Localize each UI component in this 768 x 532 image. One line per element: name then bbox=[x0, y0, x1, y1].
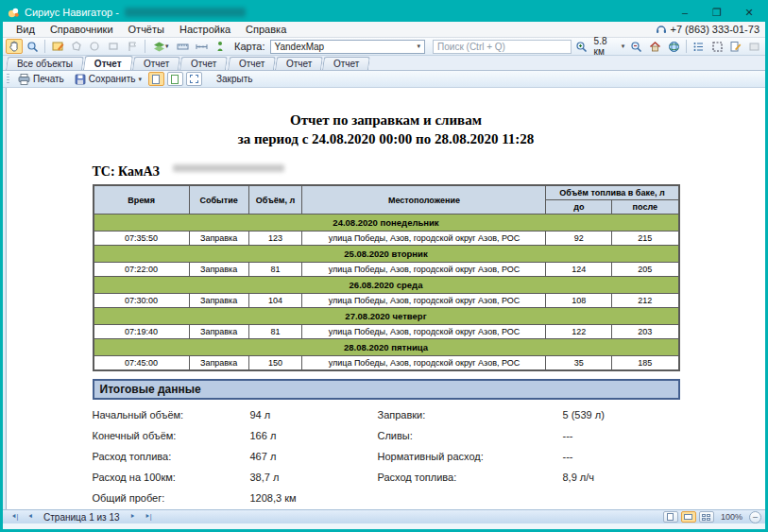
zoom-in-button[interactable] bbox=[573, 39, 590, 54]
table-row: 07:19:40Заправка81улица Победы, Азов, го… bbox=[94, 325, 679, 339]
flag-tool-button[interactable] bbox=[124, 39, 141, 54]
tab-0[interactable]: Все объекты bbox=[6, 57, 84, 70]
menu-item-4[interactable]: Справка bbox=[238, 23, 294, 36]
tab-3[interactable]: Отчет bbox=[179, 57, 228, 70]
tab-2[interactable]: Отчет bbox=[132, 57, 180, 70]
disabled-button[interactable] bbox=[745, 39, 762, 54]
table-cell: 07:45:00 bbox=[94, 356, 190, 371]
tab-1[interactable]: Отчет bbox=[83, 56, 133, 70]
home-icon bbox=[649, 41, 661, 53]
chevron-down-icon: ▾ bbox=[165, 43, 169, 50]
summary-value: 166 л bbox=[250, 430, 378, 441]
polygon-tool-button[interactable] bbox=[68, 39, 85, 54]
zoom-out-button[interactable] bbox=[628, 39, 645, 54]
first-page-button[interactable]: ⯇| bbox=[7, 511, 23, 523]
summary-value bbox=[563, 492, 680, 504]
tracking-button[interactable] bbox=[212, 39, 229, 54]
zoom-mode-normal-button[interactable] bbox=[663, 511, 678, 523]
tab-6[interactable]: Отчет bbox=[322, 57, 370, 70]
tab-4[interactable]: Отчет bbox=[228, 57, 276, 70]
tab-label: Отчет bbox=[286, 59, 312, 69]
tab-5[interactable]: Отчет bbox=[275, 57, 323, 70]
table-cell: 104 bbox=[248, 294, 302, 308]
minimize-button[interactable]: – bbox=[669, 3, 701, 22]
summary-value: 94 л bbox=[250, 409, 378, 420]
summary-value: 38,7 л bbox=[250, 472, 378, 483]
measure-button[interactable] bbox=[194, 39, 211, 54]
page-icon bbox=[667, 513, 674, 521]
circle-tool-button[interactable] bbox=[87, 39, 104, 54]
legend-button[interactable] bbox=[691, 39, 708, 54]
chevron-down-icon: ▾ bbox=[138, 76, 142, 83]
ruler-button[interactable] bbox=[175, 39, 192, 54]
select-region-button[interactable] bbox=[708, 39, 725, 54]
print-label: Печать bbox=[33, 74, 64, 84]
home-button[interactable] bbox=[647, 39, 664, 54]
table-cell: 07:30:00 bbox=[94, 294, 190, 308]
table-cell: улица Победы, Азов, городской округ Азов… bbox=[302, 356, 546, 371]
search-input[interactable]: Поиск (Ctrl + Q) bbox=[433, 40, 572, 54]
next-page-button[interactable]: ⯈ bbox=[126, 511, 141, 523]
zoom-out-slider-button[interactable]: – bbox=[749, 511, 761, 523]
save-icon bbox=[75, 74, 86, 85]
pan-hand-button[interactable] bbox=[6, 39, 23, 54]
globe-button[interactable] bbox=[665, 39, 682, 54]
day-band-row: 26.08.2020 среда bbox=[94, 277, 679, 294]
zoom-level: 100% bbox=[721, 512, 742, 522]
tab-label: Отчет bbox=[239, 59, 265, 69]
day-band-label: 28.08.2020 пятница bbox=[94, 339, 679, 356]
chevron-down-icon: ▾ bbox=[622, 43, 625, 50]
scale-value: 5.8 км bbox=[594, 36, 620, 57]
rectangle-tool-button[interactable] bbox=[105, 39, 122, 54]
table-row: 07:22:00Заправка81улица Победы, Азов, го… bbox=[94, 263, 679, 277]
table-cell: 81 bbox=[248, 325, 302, 339]
day-band-row: 24.08.2020 понедельник bbox=[94, 215, 679, 232]
col-after: после bbox=[612, 200, 679, 215]
table-cell: 92 bbox=[546, 232, 612, 246]
app-logo-icon bbox=[8, 7, 20, 19]
table-cell: 07:22:00 bbox=[94, 263, 190, 277]
last-page-button[interactable]: ⯈| bbox=[140, 511, 156, 523]
menu-item-1[interactable]: Справочники bbox=[43, 23, 121, 36]
print-button[interactable]: Печать bbox=[14, 73, 68, 86]
zoom-mode-width-button[interactable] bbox=[681, 511, 696, 523]
table-cell: Заправка bbox=[189, 325, 248, 339]
prev-page-button[interactable]: ⯇ bbox=[23, 511, 38, 523]
summary-label bbox=[378, 492, 563, 504]
summary-label: Расход топлива: bbox=[93, 451, 250, 462]
col-time: Время bbox=[94, 185, 190, 215]
globe-icon bbox=[668, 41, 680, 53]
day-band-label: 25.08.2020 вторник bbox=[94, 246, 679, 263]
table-cell: 203 bbox=[612, 325, 679, 339]
menu-item-3[interactable]: Настройка bbox=[172, 23, 238, 36]
map-select[interactable]: YandexMap ▾ bbox=[270, 40, 426, 54]
polygon-icon bbox=[71, 41, 82, 52]
bottom-strip bbox=[3, 523, 765, 529]
view-mode-single-button[interactable] bbox=[148, 72, 164, 86]
menu-item-0[interactable]: Вид bbox=[9, 23, 43, 36]
list-icon bbox=[692, 41, 705, 53]
close-report-label: Закрыть bbox=[216, 74, 253, 84]
table-row: 07:35:50Заправка123улица Победы, Азов, г… bbox=[94, 232, 679, 246]
vehicle-heading: ТС: КамАЗ bbox=[93, 164, 680, 180]
save-button[interactable]: Сохранить ▾ bbox=[71, 73, 145, 86]
tab-label: Отчет bbox=[144, 59, 169, 69]
scale-dropdown[interactable]: 5.8 км ▾ bbox=[592, 36, 627, 57]
view-mode-continuous-button[interactable] bbox=[167, 72, 183, 86]
edit-report-button[interactable] bbox=[727, 39, 744, 54]
close-button[interactable]: ✕ bbox=[733, 3, 765, 22]
layers-button[interactable]: ▾ bbox=[149, 39, 173, 54]
table-cell: 35 bbox=[546, 356, 612, 371]
maximize-button[interactable]: ❐ bbox=[701, 3, 733, 22]
toolbar-grip[interactable] bbox=[7, 74, 9, 85]
map-edit-button[interactable] bbox=[49, 39, 66, 54]
ruler-icon bbox=[177, 41, 189, 53]
zoom-mode-grid-button[interactable] bbox=[699, 511, 714, 523]
summary-label: Сливы: bbox=[378, 430, 563, 441]
view-mode-fit-button[interactable] bbox=[186, 72, 202, 86]
summary-value: 8,9 л/ч bbox=[563, 472, 680, 483]
menu-item-2[interactable]: Отчёты bbox=[121, 23, 172, 36]
table-header: Время Событие Объём, л Местоположение Об… bbox=[94, 185, 679, 215]
close-report-button[interactable]: Закрыть bbox=[213, 73, 257, 85]
zoom-select-button[interactable] bbox=[25, 39, 42, 54]
